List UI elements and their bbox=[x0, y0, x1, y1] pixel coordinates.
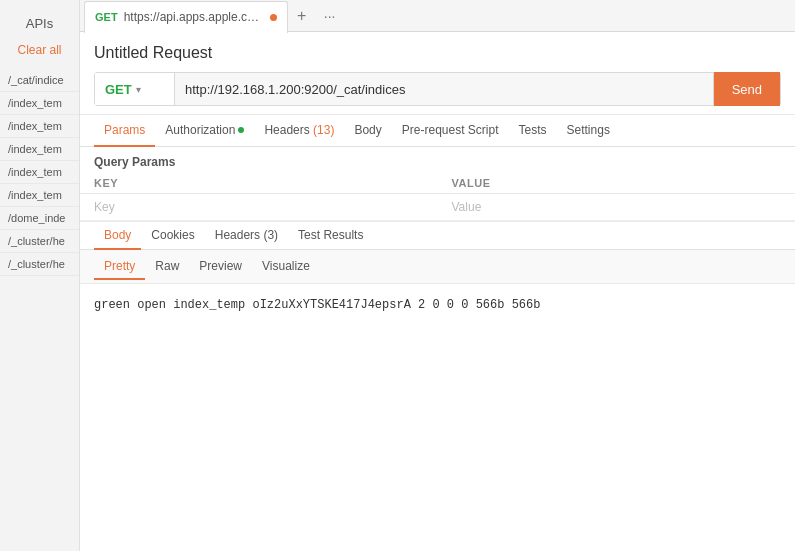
body-tab-test-results[interactable]: Test Results bbox=[288, 222, 373, 250]
sidebar: APIs Clear all /_cat/indice/index_tem/in… bbox=[0, 0, 80, 551]
sidebar-history-item[interactable]: /index_tem bbox=[0, 92, 79, 115]
request-tab-pre-request-script[interactable]: Pre-request Script bbox=[392, 115, 509, 147]
method-text: GET bbox=[105, 82, 132, 97]
sidebar-history-item[interactable]: /index_tem bbox=[0, 138, 79, 161]
request-tabs-nav: ParamsAuthorizationHeaders (13)BodyPre-r… bbox=[80, 115, 795, 147]
body-tab-cookies[interactable]: Cookies bbox=[141, 222, 204, 250]
body-tab-headers--3-[interactable]: Headers (3) bbox=[205, 222, 288, 250]
sidebar-history: /_cat/indice/index_tem/index_tem/index_t… bbox=[0, 69, 79, 276]
sidebar-history-item[interactable]: /index_tem bbox=[0, 184, 79, 207]
new-tab-button[interactable]: + bbox=[288, 2, 316, 30]
request-tab-settings[interactable]: Settings bbox=[557, 115, 620, 147]
request-title: Untitled Request bbox=[94, 44, 781, 62]
auth-active-dot bbox=[238, 127, 244, 133]
value-cell[interactable]: Value bbox=[438, 194, 796, 221]
value-header: VALUE bbox=[438, 173, 796, 194]
response-view-tab-raw[interactable]: Raw bbox=[145, 254, 189, 280]
url-input[interactable] bbox=[175, 73, 713, 105]
response-view-tabs: PrettyRawPreviewVisualize bbox=[80, 250, 795, 284]
body-tab-body[interactable]: Body bbox=[94, 222, 141, 250]
sidebar-apis-label: APIs bbox=[0, 8, 79, 39]
tab-url-label: https://api.apps.apple.com/v1/c... bbox=[124, 10, 264, 24]
method-select[interactable]: GET ▾ bbox=[95, 73, 175, 105]
sidebar-history-item[interactable]: /_cluster/he bbox=[0, 253, 79, 276]
request-tab-params[interactable]: Params bbox=[94, 115, 155, 147]
sidebar-history-item[interactable]: /_cat/indice bbox=[0, 69, 79, 92]
request-area: Untitled Request GET ▾ Send bbox=[80, 32, 795, 115]
sidebar-history-item[interactable]: /index_tem bbox=[0, 115, 79, 138]
tab-unsaved-dot bbox=[270, 14, 277, 21]
response-body-text: green open index_temp oIz2uXxYTSKE417J4e… bbox=[94, 296, 781, 315]
key-cell[interactable]: Key bbox=[80, 194, 438, 221]
body-tabs: BodyCookiesHeaders (3)Test Results bbox=[80, 222, 795, 250]
sidebar-history-item[interactable]: /index_tem bbox=[0, 161, 79, 184]
param-row: Key Value bbox=[80, 194, 795, 221]
sidebar-history-item[interactable]: /_cluster/he bbox=[0, 230, 79, 253]
request-tab-tests[interactable]: Tests bbox=[509, 115, 557, 147]
send-button[interactable]: Send bbox=[713, 72, 780, 106]
clear-all-button[interactable]: Clear all bbox=[0, 39, 79, 61]
tab-bar: GET https://api.apps.apple.com/v1/c... +… bbox=[80, 0, 795, 32]
body-content: green open index_temp oIz2uXxYTSKE417J4e… bbox=[80, 284, 795, 551]
response-view-tab-visualize[interactable]: Visualize bbox=[252, 254, 320, 280]
response-view-tab-preview[interactable]: Preview bbox=[189, 254, 252, 280]
request-tab-authorization[interactable]: Authorization bbox=[155, 115, 254, 147]
method-chevron-icon: ▾ bbox=[136, 84, 141, 95]
request-bar: GET ▾ Send bbox=[94, 72, 781, 106]
key-header: KEY bbox=[80, 173, 438, 194]
main-panel: GET https://api.apps.apple.com/v1/c... +… bbox=[80, 0, 795, 551]
active-tab[interactable]: GET https://api.apps.apple.com/v1/c... bbox=[84, 1, 288, 33]
response-view-tab-pretty[interactable]: Pretty bbox=[94, 254, 145, 280]
more-tabs-button[interactable]: ··· bbox=[316, 2, 344, 30]
request-tab-headers[interactable]: Headers (13) bbox=[254, 115, 344, 147]
sidebar-history-item[interactable]: /dome_inde bbox=[0, 207, 79, 230]
query-params-table: KEY VALUE Key Value bbox=[80, 173, 795, 221]
request-tab-body[interactable]: Body bbox=[344, 115, 391, 147]
query-params-section-title: Query Params bbox=[80, 147, 795, 173]
tab-method-badge: GET bbox=[95, 11, 118, 23]
tab-badge: (13) bbox=[310, 123, 335, 137]
